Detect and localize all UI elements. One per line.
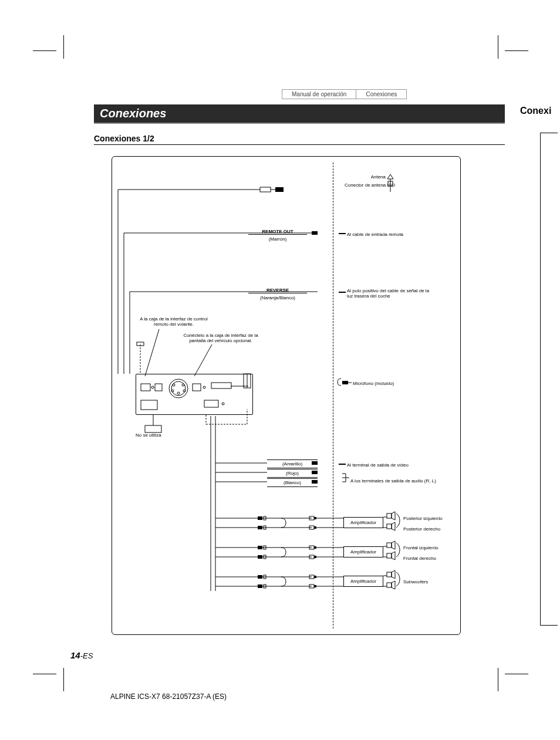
label-red: (Rojo) [267, 469, 318, 478]
svg-rect-77 [258, 555, 262, 559]
svg-rect-23 [155, 384, 162, 391]
label-reverse-target: Al polo positivo del cable de señal de l… [347, 288, 435, 299]
label-rear-left: Posterior izquierdo [403, 516, 443, 521]
crop-mark [505, 674, 528, 674]
footer-doc-code: ALPINE ICS-X7 68-21057Z37-A (ES) [110, 692, 227, 701]
svg-rect-60 [264, 516, 266, 520]
label-reverse: REVERSE [248, 288, 307, 293]
label-mic: Micrófono (Incluido) [353, 381, 394, 386]
svg-rect-27 [141, 400, 157, 410]
svg-point-21 [177, 392, 180, 394]
label-audio-out: A los terminales de salida de audio (R, … [350, 478, 436, 484]
svg-rect-97 [309, 584, 314, 588]
crop-mark [33, 674, 56, 674]
svg-point-25 [151, 386, 154, 388]
crop-mark [63, 35, 64, 59]
connectors-icon [136, 374, 254, 415]
label-antenna: Antena [356, 174, 386, 180]
svg-rect-95 [309, 575, 314, 579]
label-reverse-color: (Naranja/Blanco) [248, 295, 307, 300]
svg-rect-101 [387, 572, 392, 577]
svg-rect-62 [264, 526, 266, 529]
wiring-diagram: Antena Conector de antena ISO REMOTE OUT… [112, 156, 461, 635]
svg-rect-102 [387, 583, 392, 587]
svg-rect-38 [342, 381, 348, 384]
label-front-left: Frontal izquierdo [403, 545, 438, 550]
svg-rect-43 [145, 425, 161, 432]
svg-rect-70 [387, 524, 392, 529]
page-number: 14-ES [70, 650, 93, 660]
label-yellow: (Amarillo) [267, 459, 318, 468]
diagram-divider [333, 163, 333, 629]
crop-mark [498, 668, 498, 691]
section-title: Conexiones [94, 104, 505, 124]
svg-rect-78 [264, 555, 266, 559]
label-remote-in-cable: Al cable de entrada remota [347, 232, 403, 237]
svg-rect-81 [309, 555, 314, 559]
label-swrc-box: A la caja de la interfaz de control remo… [136, 316, 212, 327]
svg-rect-79 [309, 546, 314, 549]
svg-rect-64 [314, 517, 316, 519]
label-rear-right: Posterior derecho [403, 526, 440, 532]
svg-point-15 [169, 379, 188, 398]
svg-rect-65 [309, 526, 314, 529]
page-number-value: 14 [70, 650, 80, 660]
crop-mark [33, 50, 56, 51]
svg-rect-61 [258, 526, 262, 529]
svg-rect-30 [211, 383, 231, 388]
svg-point-17 [173, 384, 175, 386]
svg-line-31 [145, 329, 159, 376]
head-unit-back-icon [136, 374, 253, 415]
svg-rect-22 [141, 384, 150, 391]
svg-rect-34 [137, 342, 144, 346]
svg-rect-69 [387, 513, 392, 518]
svg-rect-82 [314, 556, 316, 558]
side-cut-title: Conexi [520, 106, 551, 116]
svg-rect-4 [275, 187, 284, 192]
svg-rect-85 [387, 543, 392, 548]
svg-line-32 [194, 344, 212, 376]
svg-rect-92 [264, 575, 266, 579]
side-frame [540, 133, 558, 626]
crop-mark [63, 668, 64, 691]
label-remote-out: REMOTE OUT [248, 229, 307, 235]
crop-mark [505, 50, 528, 51]
svg-rect-63 [309, 516, 314, 520]
breadcrumb: Manual de operación Conexiones [282, 89, 407, 99]
svg-rect-76 [264, 546, 266, 549]
svg-rect-80 [314, 546, 316, 549]
section-subtitle: Conexiones 1/2 [94, 134, 505, 145]
svg-rect-93 [258, 584, 262, 588]
amp-rear: Amplificador [343, 517, 383, 528]
svg-rect-91 [258, 575, 262, 579]
svg-rect-3 [260, 187, 271, 192]
svg-rect-9 [312, 231, 318, 235]
svg-rect-94 [264, 584, 266, 588]
label-remote-out-color: (Marrón) [248, 236, 307, 242]
svg-rect-98 [314, 585, 316, 587]
svg-point-26 [203, 386, 205, 388]
svg-rect-66 [314, 526, 316, 529]
svg-point-18 [182, 384, 184, 386]
svg-rect-59 [258, 516, 262, 520]
label-subwoofers: Subwoofers [403, 579, 428, 584]
label-front-right: Frontal derecho [403, 556, 436, 561]
label-display-interface: Conéctelo a la caja de interfaz de la pa… [177, 333, 265, 343]
crop-mark [498, 35, 498, 59]
label-video-out: Al terminal de salida de vídeo [347, 462, 409, 468]
page-number-suffix: -ES [80, 651, 93, 660]
label-not-used: No se utiliza [136, 432, 161, 438]
label-iso-antenna: Conector de antena ISO [345, 183, 395, 188]
svg-rect-96 [314, 576, 316, 578]
label-white: (Blanco) [267, 478, 318, 487]
breadcrumb-manual: Manual de operación [282, 89, 356, 99]
amp-sub: Amplificador [343, 576, 383, 587]
svg-rect-75 [258, 546, 262, 549]
amp-front: Amplificador [343, 546, 383, 557]
svg-rect-86 [387, 553, 392, 558]
svg-rect-24 [193, 384, 201, 391]
svg-point-29 [222, 403, 224, 405]
svg-rect-28 [204, 400, 218, 407]
breadcrumb-section: Conexiones [356, 89, 407, 99]
